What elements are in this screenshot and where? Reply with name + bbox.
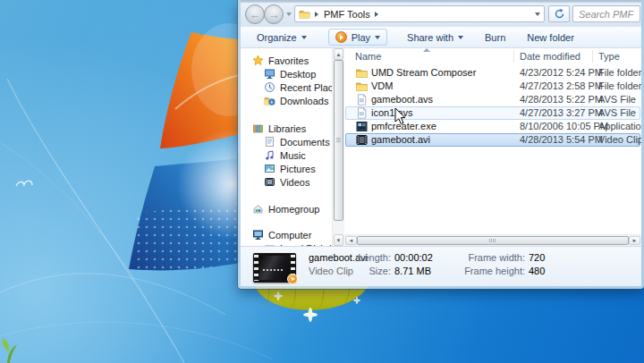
chevron-down-icon (458, 36, 463, 39)
horizontal-scrollbar-thumb[interactable] (357, 236, 629, 245)
scroll-left-button[interactable]: ◄ (345, 236, 357, 245)
file-rows: UMD Stream Composer 4/23/2012 5:24 PM Fi… (344, 66, 641, 147)
column-header-date-modified[interactable]: Date modified (520, 51, 580, 62)
sort-ascending-icon (423, 48, 430, 52)
breadcrumb-item[interactable]: PMF Tools (324, 9, 370, 20)
downloads-icon (264, 95, 275, 106)
sidebar-section-computer[interactable]: Computer (241, 228, 332, 241)
chevron-down-icon (375, 36, 380, 39)
size-value: 8.71 MB (394, 266, 431, 276)
frame-height-label: Frame height: (446, 266, 525, 276)
file-row[interactable]: VDM 4/27/2013 2:58 PM File folder (344, 80, 641, 93)
recent-places-icon (264, 81, 275, 93)
desktop-icon (264, 68, 275, 80)
sidebar-item-pictures[interactable]: Pictures (241, 162, 332, 175)
length-value: 00:00:02 (394, 252, 433, 263)
folder-icon (356, 80, 368, 92)
video-clip-icon (356, 134, 368, 146)
organize-button[interactable]: Organize (257, 32, 307, 43)
video-thumbnail (253, 253, 296, 283)
videos-icon (264, 176, 275, 188)
sidebar-item-videos[interactable]: Videos (241, 175, 332, 189)
music-icon (264, 149, 275, 161)
recent-pages-dropdown-icon[interactable] (286, 13, 292, 16)
play-icon (335, 31, 347, 43)
command-toolbar: Organize Play Share with Burn New folder (241, 27, 641, 48)
file-row[interactable]: gameboot.avs 4/28/2013 5:22 PM AVS File (344, 93, 641, 106)
pictures-icon (264, 163, 275, 174)
address-bar[interactable]: PMF Tools (294, 5, 545, 22)
play-button[interactable]: Play (328, 29, 387, 46)
file-row-selected[interactable]: gameboot.avi 4/28/2013 5:54 PM Video Cli… (344, 133, 641, 147)
main-area: Favorites Desktop (241, 48, 641, 246)
explorer-window: ← → PMF Tools (238, 0, 644, 289)
search-input[interactable] (579, 9, 634, 20)
avs-file-icon (356, 107, 368, 119)
play-overlay-icon (287, 274, 298, 284)
frame-width-label: Frame width: (446, 252, 525, 263)
size-label: Size: (330, 266, 391, 276)
folder-icon (299, 8, 310, 20)
folder-icon (356, 67, 368, 79)
forward-button[interactable]: → (264, 4, 284, 24)
sidebar-item-recent-places[interactable]: Recent Places (241, 80, 332, 94)
sidebar-section-homegroup[interactable]: Homegroup (241, 202, 332, 215)
file-list: Name Date modified Type (344, 48, 641, 246)
sprout-glyph (3, 338, 17, 363)
search-box (572, 5, 640, 22)
breadcrumb-chevron-icon[interactable] (375, 12, 378, 17)
homegroup-icon (252, 203, 264, 215)
scroll-up-button[interactable]: ▲ (334, 48, 343, 60)
libraries-icon (252, 122, 264, 134)
back-button[interactable]: ← (245, 4, 265, 24)
frame-width-value: 720 (529, 252, 545, 263)
sidebar-item-music[interactable]: Music (241, 148, 332, 162)
column-headers: Name Date modified Type (344, 48, 641, 64)
refresh-icon (554, 8, 565, 20)
sidebar-item-downloads[interactable]: Downloads (241, 94, 332, 107)
sidebar-item-documents[interactable]: Documents (241, 135, 332, 148)
file-list-horizontal-scrollbar[interactable]: ◄ ► (344, 234, 641, 246)
navigation-bar: ← → PMF Tools (241, 0, 641, 28)
length-label: Length: (330, 252, 391, 263)
navigation-pane: Favorites Desktop (241, 48, 332, 246)
share-with-button[interactable]: Share with (407, 32, 463, 43)
avs-file-icon (356, 94, 368, 106)
sidebar-section-favorites[interactable]: Favorites (241, 54, 332, 67)
sidebar-item-desktop[interactable]: Desktop (241, 67, 332, 80)
vertical-scrollbar-thumb[interactable] (334, 60, 343, 221)
file-row[interactable]: pmfcreater.exe 8/10/2006 10:05 PM Applic… (344, 120, 641, 133)
file-row[interactable]: UMD Stream Composer 4/23/2012 5:24 PM Fi… (344, 66, 641, 80)
chevron-down-icon (301, 36, 307, 39)
column-header-name[interactable]: Name (355, 51, 381, 62)
bird-glyph (16, 181, 32, 186)
frame-height-value: 480 (529, 266, 545, 276)
breadcrumb-chevron-icon[interactable] (315, 12, 318, 17)
screen: ← → PMF Tools (0, 0, 644, 363)
refresh-button[interactable] (548, 5, 570, 22)
explorer-window-content: ← → PMF Tools (241, 0, 641, 286)
column-header-type[interactable]: Type (598, 51, 620, 62)
documents-icon (264, 136, 275, 148)
file-row-hovered[interactable]: icon1.avs 4/27/2013 3:27 PM AVS File (344, 106, 641, 120)
mouse-cursor (394, 107, 407, 125)
new-folder-button[interactable]: New folder (527, 32, 574, 43)
sidebar-vertical-scrollbar[interactable]: ▲ ▼ (332, 48, 344, 246)
details-pane: gameboot.avi Video Clip Length: 00:00:02… (241, 246, 641, 286)
burn-button[interactable]: Burn (485, 32, 505, 43)
favorites-star-icon (252, 55, 264, 66)
application-icon (356, 121, 368, 132)
scroll-down-button[interactable]: ▼ (334, 234, 343, 246)
scroll-right-button[interactable]: ► (629, 236, 640, 245)
sidebar-section-libraries[interactable]: Libraries (241, 122, 332, 135)
address-dropdown-icon[interactable] (535, 13, 540, 16)
computer-icon (252, 229, 264, 241)
